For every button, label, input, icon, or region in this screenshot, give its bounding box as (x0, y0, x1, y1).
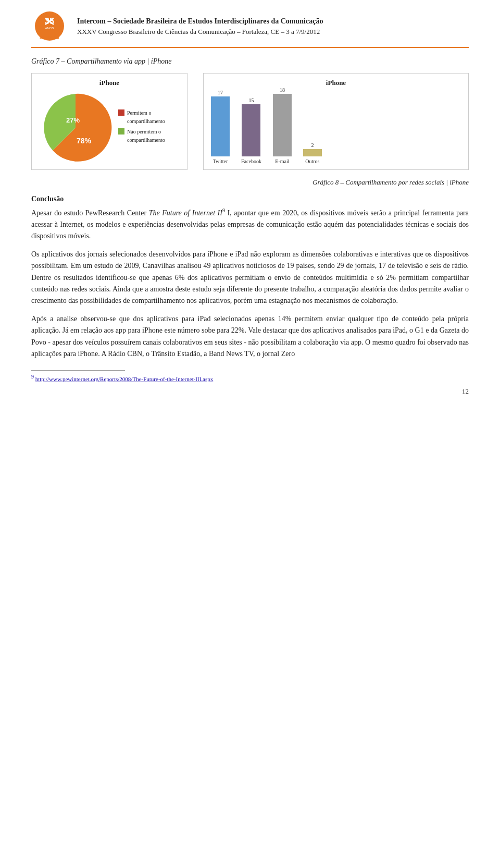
bar-label-email: E-mail (275, 158, 289, 164)
bar-value-email: 18 (280, 87, 285, 93)
pie-chart-area: 27% 78% Permitem ocompartilhamento Não p… (39, 91, 180, 164)
intercom-logo: 35 ANOS INTERCOM (31, 10, 68, 42)
bar-label-twitter: Twitter (213, 158, 228, 164)
legend-label-nao-permitem: Não permitem ocompartilhamento (127, 128, 165, 144)
header-text: Intercom – Sociedade Brasileira de Estud… (77, 16, 323, 37)
svg-text:INTERCOM: INTERCOM (40, 36, 59, 40)
section-title: Gráfico 7 – Compartilhamento via app | i… (31, 57, 469, 66)
bar-chart-container: iPhone 17 Twitter 15 Facebook 18 (203, 73, 469, 170)
pie-legend: Permitem ocompartilhamento Não permitem … (118, 109, 165, 146)
legend-color-nao-permitem (118, 128, 124, 135)
page: 35 ANOS INTERCOM Intercom – Sociedade Br… (0, 0, 500, 417)
bar-rect-outros (303, 149, 322, 156)
bar-value-outros: 2 (311, 142, 314, 148)
bar-group-email: 18 E-mail (273, 87, 292, 164)
bar-rect-facebook (242, 104, 260, 156)
footnote-number: 9 (31, 374, 34, 380)
bar-label-outros: Outros (305, 158, 319, 164)
bar-chart-bars: 17 Twitter 15 Facebook 18 E-mail (211, 91, 461, 164)
header: 35 ANOS INTERCOM Intercom – Sociedade Br… (31, 10, 469, 48)
conclusion-para-1: Apesar do estudo PewResearch Center The … (31, 206, 469, 242)
pie-svg: 27% 78% (39, 91, 112, 164)
legend-item-nao-permitem: Não permitem ocompartilhamento (118, 128, 165, 144)
chart8-caption: Gráfico 8 – Compartilhamento por redes s… (31, 178, 469, 187)
bar-rect-email (273, 94, 292, 156)
legend-item-permitem: Permitem ocompartilhamento (118, 109, 165, 126)
svg-text:78%: 78% (77, 137, 92, 145)
footnote-divider (31, 370, 125, 371)
legend-color-permitem (118, 109, 124, 116)
bar-chart-title: iPhone (211, 79, 461, 87)
header-line1: Intercom – Sociedade Brasileira de Estud… (77, 16, 323, 27)
footnote-link[interactable]: http://www.pewinternet.org/Reports/2008/… (35, 376, 214, 382)
conclusion-heading: Conclusão (31, 195, 469, 203)
bar-rect-twitter (211, 96, 230, 156)
bar-value-facebook: 15 (248, 97, 254, 103)
bar-label-facebook: Facebook (241, 158, 261, 164)
pie-chart-container: iPhone 27% 78% (31, 73, 188, 170)
bar-group-twitter: 17 Twitter (211, 90, 230, 164)
charts-row: iPhone 27% 78% (31, 73, 469, 170)
footnote: 9 http://www.pewinternet.org/Reports/200… (31, 374, 469, 382)
page-number: 12 (31, 387, 469, 396)
legend-label-permitem: Permitem ocompartilhamento (127, 109, 165, 126)
bar-group-outros: 2 Outros (303, 142, 322, 164)
pie-chart-title: iPhone (39, 79, 180, 87)
bar-value-twitter: 17 (218, 90, 223, 95)
svg-text:ANOS: ANOS (45, 27, 54, 30)
svg-text:27%: 27% (66, 116, 80, 124)
conclusion-para-2: Os aplicativos dos jornais selecionados … (31, 249, 469, 307)
conclusion-para-3: Após a analise observou-se que dos aplic… (31, 313, 469, 360)
header-line2: XXXV Congresso Brasileiro de Ciências da… (77, 27, 323, 37)
bar-group-facebook: 15 Facebook (241, 97, 261, 164)
